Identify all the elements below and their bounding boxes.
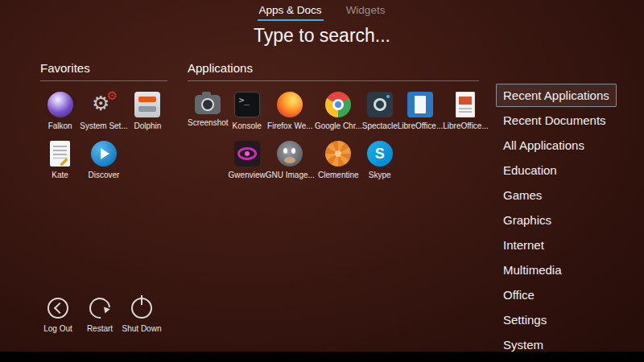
kate-icon (50, 141, 70, 167)
category-multimedia[interactable]: Multimedia (496, 258, 569, 282)
konsole-terminal-icon (234, 92, 260, 117)
restart-icon (85, 294, 115, 323)
app-gwenview[interactable]: Gwenview (229, 141, 266, 179)
app-kate[interactable]: Kate (40, 141, 80, 179)
shutdown-button[interactable]: Shut Down (121, 298, 163, 333)
app-label: Skype (362, 171, 398, 179)
clementine-icon (325, 141, 351, 167)
app-screenshot[interactable]: Screenshot (188, 92, 229, 130)
action-label: Shut Down (121, 324, 163, 333)
app-system-settings[interactable]: System Set... (80, 92, 127, 130)
app-dolphin[interactable]: Dolphin (128, 92, 167, 130)
category-education[interactable]: Education (496, 158, 564, 182)
app-label: Dolphin (128, 121, 167, 130)
app-label: System Set... (80, 121, 127, 130)
applications-section: Applications Screenshot Konsole Firefox … (188, 61, 479, 179)
app-label: Firefox We... (266, 121, 315, 130)
dashboard-tabs: Apps & Docs Widgets (0, 2, 644, 21)
app-label: Gwenview (229, 171, 266, 179)
firefox-icon (277, 92, 303, 117)
skype-icon (367, 141, 393, 167)
category-settings[interactable]: Settings (496, 308, 554, 331)
category-games[interactable]: Games (496, 183, 549, 207)
category-internet[interactable]: Internet (496, 233, 551, 257)
bottom-panel (0, 352, 644, 362)
app-gimp[interactable]: GNU Image... (266, 141, 315, 179)
app-label: LibreOffice... (443, 121, 489, 130)
app-label: GNU Image... (266, 171, 315, 179)
dolphin-icon (134, 92, 160, 117)
favorites-section: Favorites Falkon System Set... Dolphin K… (40, 61, 167, 179)
session-actions: Log Out Restart Shut Down (37, 298, 163, 333)
action-label: Restart (79, 324, 121, 333)
app-google-chrome[interactable]: Google Chr... (315, 92, 362, 130)
spectacle-icon (367, 92, 393, 117)
app-libreoffice-2[interactable]: LibreOffice... (443, 92, 489, 130)
tab-apps-docs[interactable]: Apps & Docs (258, 2, 324, 21)
favorites-grid: Falkon System Set... Dolphin Kate Discov… (40, 92, 167, 179)
logout-button[interactable]: Log Out (37, 298, 79, 333)
action-label: Log Out (37, 324, 79, 333)
gwenview-eye-icon (234, 141, 260, 167)
app-label: Google Chr... (315, 121, 362, 130)
logout-icon (47, 298, 68, 319)
category-list: Recent Applications Recent Documents All… (496, 84, 641, 362)
search-input[interactable] (0, 22, 644, 49)
app-label: Clementine (315, 171, 362, 179)
app-skype[interactable]: Skype (362, 141, 398, 179)
category-recent-documents[interactable]: Recent Documents (496, 109, 613, 132)
restart-button[interactable]: Restart (79, 298, 121, 333)
screenshot-camera-icon (195, 95, 221, 114)
app-label: Discover (80, 171, 127, 179)
category-graphics[interactable]: Graphics (496, 208, 559, 232)
app-falkon[interactable]: Falkon (40, 92, 80, 130)
app-label: Spectacle (362, 121, 398, 130)
applications-heading: Applications (188, 61, 479, 81)
app-konsole[interactable]: Konsole (229, 92, 266, 130)
application-dashboard: Apps & Docs Widgets Favorites Falkon Sys… (0, 0, 644, 362)
category-office[interactable]: Office (496, 283, 542, 306)
app-label: Screenshot (188, 118, 229, 127)
chrome-icon (325, 92, 351, 117)
shutdown-icon (131, 298, 152, 319)
system-settings-icon (91, 92, 117, 117)
app-label: Kate (40, 171, 80, 179)
falkon-icon (47, 92, 73, 117)
applications-grid: Screenshot Konsole Firefox We... Google … (188, 92, 479, 179)
libreoffice-blue-icon (407, 92, 433, 117)
favorites-heading: Favorites (40, 61, 167, 81)
category-recent-applications[interactable]: Recent Applications (496, 84, 617, 107)
app-label: LibreOffice... (398, 121, 444, 130)
app-discover[interactable]: Discover (80, 141, 127, 179)
category-all-applications[interactable]: All Applications (496, 134, 592, 157)
app-spectacle[interactable]: Spectacle (362, 92, 398, 130)
gimp-icon (277, 141, 303, 167)
app-libreoffice-1[interactable]: LibreOffice... (398, 92, 444, 130)
libreoffice-impress-icon (456, 92, 475, 117)
app-clementine[interactable]: Clementine (315, 141, 362, 179)
app-firefox[interactable]: Firefox We... (266, 92, 315, 130)
app-label: Konsole (229, 121, 266, 130)
tab-widgets[interactable]: Widgets (345, 2, 387, 21)
app-label: Falkon (40, 121, 80, 130)
discover-icon (91, 141, 117, 167)
